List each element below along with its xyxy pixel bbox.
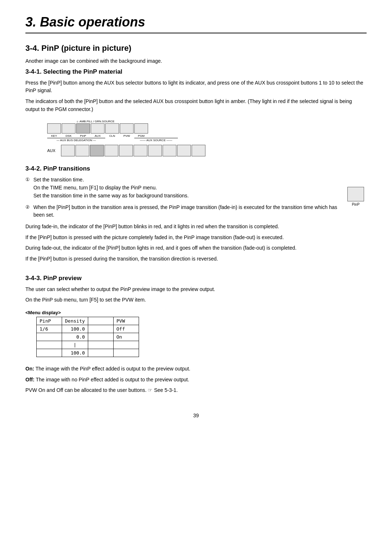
- btn-pgm: [134, 123, 148, 134]
- menu-row-4: 100.0: [37, 349, 139, 357]
- step-1-num: ①: [25, 176, 30, 183]
- para-3-4-3-1: The user can select whether to output th…: [25, 286, 367, 294]
- label-pvw: PVW: [120, 134, 134, 138]
- label-aux: AUX: [91, 134, 105, 138]
- subsection-title-3-4-3: 3-4-3. PinP preview: [25, 275, 367, 282]
- cell-density-100-2: 100.0: [62, 349, 88, 357]
- label-pinp: PinP: [76, 134, 90, 138]
- subsection-3-4-2: 3-4-2. PinP transitions ① Set the transi…: [25, 165, 367, 266]
- aux-btn-5: [119, 145, 133, 156]
- pinp-btn-box: [347, 187, 364, 201]
- aux-btn-9: [177, 145, 191, 156]
- aux-btn-6: [134, 145, 147, 156]
- label-pgm: PGM: [134, 134, 148, 138]
- btn-pinp: [76, 123, 90, 134]
- btn-pvw: [120, 123, 134, 134]
- label-dsk: DSK: [62, 134, 75, 138]
- on-note: On: The image with the PinP effect added…: [25, 365, 367, 373]
- aux-btn-2: [75, 145, 89, 156]
- off-note-text: The image with no PinP effect added is o…: [36, 377, 189, 382]
- btn-key: [47, 123, 61, 134]
- subsection-title-3-4-2: 3-4-2. PinP transitions: [25, 165, 367, 172]
- para-3-4-1-2: The indicators of both the [PinP] button…: [25, 98, 367, 113]
- para-3-4-3-2: On the PinP sub menu, turn [F5] to set t…: [25, 296, 367, 304]
- steps-list: ① Set the transition time. On the TIME m…: [25, 176, 338, 219]
- menu-row-3: |: [37, 341, 139, 349]
- section-title: 3-4. PinP (picture in picture): [25, 44, 367, 53]
- label-key: KEY: [47, 134, 61, 138]
- cell-empty-3: [88, 333, 113, 341]
- cell-pinp-header: PinP: [37, 317, 62, 325]
- para-3-4-1-1: Press the [PinP] button among the AUX bu…: [25, 79, 367, 95]
- section-intro: Another image can be combined with the b…: [25, 57, 367, 65]
- aux-btn-10: [192, 145, 205, 156]
- step-1: ① Set the transition time. On the TIME m…: [25, 176, 338, 200]
- aux-row: AUX: [47, 145, 367, 156]
- on-bold: On:: [25, 366, 34, 372]
- cell-density-pipe: |: [62, 341, 88, 349]
- para-fade-out: During fade-out, the indicator of the [P…: [25, 244, 338, 252]
- cell-pvw-header: PVW: [113, 317, 139, 325]
- cell-empty-header: [88, 317, 113, 325]
- cell-empty-9: [113, 349, 139, 357]
- menu-display-label: <Menu display>: [25, 310, 367, 315]
- aux-btn-3: [90, 145, 104, 156]
- cell-pvw-off: Off: [113, 325, 139, 333]
- btn-cln: [105, 123, 119, 134]
- step-2: ② When the [PinP] button in the transiti…: [25, 204, 338, 219]
- aux-btn-4: [105, 145, 118, 156]
- menu-table: PinP Density PVW 1/6 100.0 Off 0.0 On: [36, 317, 139, 357]
- cell-empty-6: [113, 341, 139, 349]
- aux-row-label: AUX: [47, 148, 58, 153]
- cell-density-header: Density: [62, 317, 88, 325]
- menu-row-2: 0.0 On: [37, 333, 139, 341]
- cell-density-0: 0.0: [62, 333, 88, 341]
- menu-display-section: <Menu display> PinP Density PVW 1/6 100.…: [25, 310, 367, 357]
- aux-btn-8: [163, 145, 176, 156]
- off-bold: Off:: [25, 377, 34, 382]
- cell-density-100: 100.0: [62, 325, 88, 333]
- cell-empty-7: [37, 349, 62, 357]
- page-number: 39: [25, 413, 367, 418]
- button-panel: ☼ AMB.FILL / GRN.SOURCE KEY DSK PinP AUX…: [47, 120, 367, 156]
- cell-empty-4: [37, 341, 62, 349]
- step-1-sub-1: On the TIME menu, turn [F1] to display t…: [33, 185, 157, 191]
- cell-empty-8: [88, 349, 113, 357]
- off-note: Off: The image with no PinP effect added…: [25, 376, 367, 384]
- menu-row-1: 1/6 100.0 Off: [37, 325, 139, 333]
- aux-source-label: —— AUX SOURCE ——: [134, 138, 178, 142]
- pvw-note: PVW On and Off can be allocated to the u…: [25, 386, 367, 394]
- aux-btn-7: [148, 145, 162, 156]
- menu-row-header: PinP Density PVW: [37, 317, 139, 325]
- aux-bus-delegation-label: — AUX BUS DELEGATION —: [47, 138, 105, 142]
- subsection-3-4-3: 3-4-3. PinP preview The user can select …: [25, 275, 367, 394]
- btn-dsk: [62, 123, 75, 134]
- para-fade-in-2: If the [PinP] button is pressed with the…: [25, 234, 338, 242]
- cell-empty-5: [88, 341, 113, 349]
- aux-btn-1: [61, 145, 75, 156]
- cell-pvw-on: On: [113, 333, 139, 341]
- para-fade-in: During fade-in, the indicator of the [Pi…: [25, 223, 338, 231]
- step-2-main: When the [PinP] button in the transition…: [33, 204, 337, 218]
- step-1-main: Set the transition time.: [33, 177, 84, 183]
- cell-pinp-val: 1/6: [37, 325, 62, 333]
- on-note-text: The image with the PinP effect added is …: [36, 366, 191, 372]
- delegation-bar: — AUX BUS DELEGATION — —— AUX SOURCE ——: [47, 138, 367, 142]
- panel-buttons-top: [47, 123, 367, 134]
- on-off-notes: On: The image with the PinP effect added…: [25, 365, 367, 394]
- pinp-button-image: PinP: [345, 187, 367, 206]
- btn-aux: [91, 123, 105, 134]
- para-reverse: If the [PinP] button is pressed during t…: [25, 255, 338, 263]
- transition-text: ① Set the transition time. On the TIME m…: [25, 176, 338, 266]
- pinp-btn-label: PinP: [352, 202, 359, 206]
- cell-empty-2: [37, 333, 62, 341]
- amb-label: ☼ AMB.FILL / GRN.SOURCE: [76, 120, 367, 123]
- subsection-3-4-1: 3-4-1. Selecting the PinP material Press…: [25, 68, 367, 157]
- step-1-sub-2: Set the transition time in the same way …: [33, 193, 189, 198]
- main-title: 3. Basic operations: [25, 15, 367, 33]
- step-2-num: ②: [25, 204, 30, 211]
- menu-table-container: PinP Density PVW 1/6 100.0 Off 0.0 On: [36, 317, 367, 357]
- btn-labels-top: KEY DSK PinP AUX CLN PVW PGM: [47, 134, 367, 138]
- label-cln: CLN: [105, 134, 119, 138]
- transition-area: ① Set the transition time. On the TIME m…: [25, 176, 367, 266]
